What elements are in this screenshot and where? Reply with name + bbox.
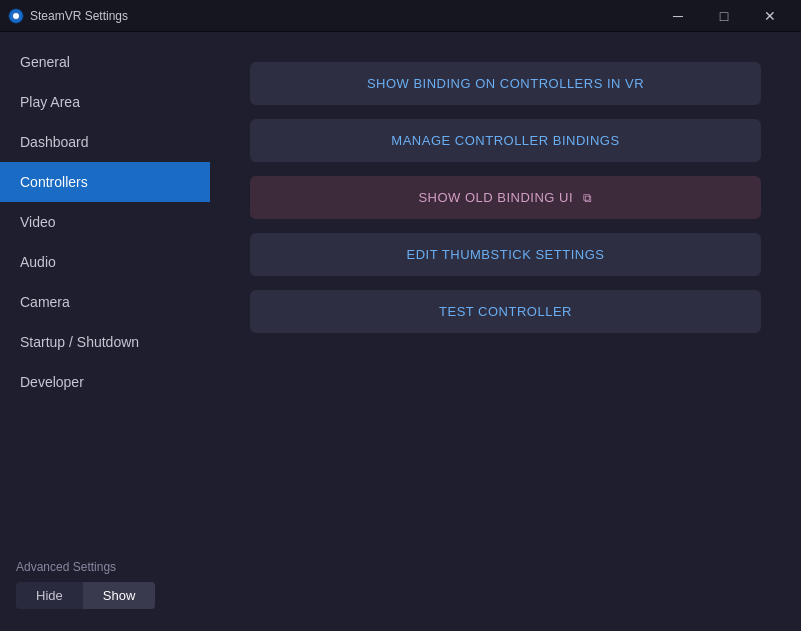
sidebar-spacer <box>0 402 210 548</box>
sidebar-item-startup-shutdown[interactable]: Startup / Shutdown <box>0 322 210 362</box>
main-content: SHOW BINDING ON CONTROLLERS IN VR MANAGE… <box>210 32 801 631</box>
titlebar: SteamVR Settings ─ □ ✕ <box>0 0 801 32</box>
content-area: General Play Area Dashboard Controllers … <box>0 32 801 631</box>
close-button[interactable]: ✕ <box>747 0 793 32</box>
sidebar-item-camera[interactable]: Camera <box>0 282 210 322</box>
sidebar-item-video[interactable]: Video <box>0 202 210 242</box>
external-link-icon: ⧉ <box>583 191 593 205</box>
advanced-settings-label: Advanced Settings <box>16 560 194 574</box>
window-title: SteamVR Settings <box>30 9 655 23</box>
svg-point-1 <box>13 13 19 19</box>
edit-thumbstick-button[interactable]: EDIT THUMBSTICK SETTINGS <box>250 233 761 276</box>
test-controller-button[interactable]: TEST CONTROLLER <box>250 290 761 333</box>
sidebar-item-play-area[interactable]: Play Area <box>0 82 210 122</box>
sidebar-item-audio[interactable]: Audio <box>0 242 210 282</box>
sidebar-footer: Advanced Settings Hide Show <box>0 548 210 621</box>
maximize-button[interactable]: □ <box>701 0 747 32</box>
advanced-settings-toggle: Hide Show <box>16 582 155 609</box>
show-binding-button[interactable]: SHOW BINDING ON CONTROLLERS IN VR <box>250 62 761 105</box>
sidebar-item-developer[interactable]: Developer <box>0 362 210 402</box>
show-old-binding-button[interactable]: SHOW OLD BINDING UI ⧉ <box>250 176 761 219</box>
hide-button[interactable]: Hide <box>16 582 83 609</box>
sidebar: General Play Area Dashboard Controllers … <box>0 32 210 631</box>
app-icon <box>8 8 24 24</box>
manage-bindings-button[interactable]: MANAGE CONTROLLER BINDINGS <box>250 119 761 162</box>
minimize-button[interactable]: ─ <box>655 0 701 32</box>
show-old-binding-label: SHOW OLD BINDING UI <box>418 190 573 205</box>
show-button[interactable]: Show <box>83 582 156 609</box>
sidebar-item-dashboard[interactable]: Dashboard <box>0 122 210 162</box>
sidebar-item-controllers[interactable]: Controllers <box>0 162 210 202</box>
sidebar-item-general[interactable]: General <box>0 42 210 82</box>
window-controls: ─ □ ✕ <box>655 0 793 32</box>
window: SteamVR Settings ─ □ ✕ General Play Area… <box>0 0 801 631</box>
